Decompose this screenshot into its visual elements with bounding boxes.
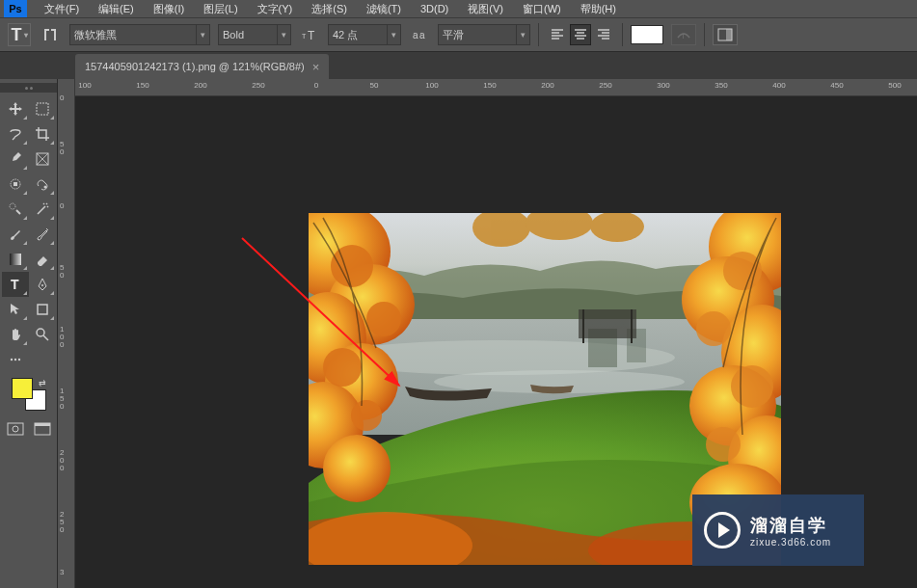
history-brush-tool[interactable] — [29, 222, 56, 247]
svg-point-11 — [43, 186, 46, 189]
character-panel-button[interactable] — [713, 24, 738, 45]
chevron-down-icon: ▾ — [277, 25, 290, 44]
menu-view[interactable]: 视图(V) — [458, 0, 513, 18]
frame-tool[interactable] — [29, 147, 56, 172]
foreground-color[interactable] — [12, 378, 33, 399]
active-tool-indicator[interactable]: T ▾ — [8, 23, 31, 46]
close-icon[interactable]: × — [312, 60, 320, 74]
magic-wand-tool[interactable] — [29, 197, 56, 222]
move-tool[interactable] — [2, 96, 29, 121]
font-family-input[interactable] — [70, 29, 196, 40]
svg-point-41 — [323, 435, 391, 502]
spacer — [29, 347, 56, 372]
eyedropper-tool[interactable] — [2, 147, 29, 172]
eraser-tool[interactable] — [29, 247, 56, 272]
font-family-dropdown[interactable]: ▾ — [69, 24, 210, 45]
swap-colors-icon[interactable]: ⇄ — [39, 378, 46, 388]
chevron-down-icon: ▾ — [516, 25, 529, 44]
type-tool[interactable]: T — [2, 272, 29, 297]
svg-point-22 — [13, 426, 18, 432]
zoom-tool[interactable] — [29, 322, 56, 347]
svg-point-44 — [323, 348, 362, 387]
svg-text:T: T — [308, 29, 315, 42]
watermark-url: zixue.3d66.com — [750, 537, 831, 548]
font-size-dropdown[interactable]: ▾ — [328, 24, 401, 45]
align-right-button[interactable] — [593, 24, 614, 45]
menu-layer[interactable]: 图层(L) — [194, 0, 247, 18]
menu-type[interactable]: 文字(Y) — [248, 0, 303, 18]
clone-stamp-tool[interactable] — [2, 197, 29, 222]
shape-tool[interactable] — [29, 297, 56, 322]
menu-help[interactable]: 帮助(H) — [571, 0, 626, 18]
brush-tool[interactable] — [2, 222, 29, 247]
lasso-tool[interactable] — [2, 121, 29, 147]
chevron-down-icon: ▾ — [24, 31, 28, 40]
menu-file[interactable]: 文件(F) — [35, 0, 89, 18]
font-style-input[interactable] — [219, 29, 277, 40]
hand-tool[interactable] — [2, 322, 29, 347]
menu-filter[interactable]: 滤镜(T) — [357, 0, 411, 18]
standard-mode-button[interactable] — [4, 420, 27, 438]
document-tab-bar: 1574405901242173 (1).png @ 121%(RGB/8#) … — [0, 52, 917, 79]
svg-point-18 — [10, 359, 12, 361]
horizontal-ruler: 1001502002500501001502002503003504004505… — [75, 79, 917, 96]
warp-text-button[interactable]: T — [671, 24, 696, 45]
color-picker[interactable]: ⇄ — [10, 378, 48, 414]
tools-panel: T ⇄ — [0, 79, 58, 588]
svg-point-54 — [731, 365, 773, 408]
quick-select-tool[interactable] — [29, 172, 56, 197]
menu-edit[interactable]: 编辑(E) — [89, 0, 144, 18]
vertical-ruler: 0500501001502002503 — [58, 79, 75, 588]
separator — [622, 23, 623, 46]
svg-point-20 — [17, 359, 19, 361]
edit-toolbar-button[interactable] — [2, 347, 29, 372]
svg-rect-31 — [579, 309, 636, 338]
svg-rect-21 — [8, 423, 23, 435]
svg-rect-24 — [35, 423, 50, 426]
svg-rect-13 — [10, 254, 21, 265]
options-bar: T ▾ ▾ ▾ TT ▾ aa ▾ T — [0, 17, 917, 52]
type-tool-letter: T — [12, 25, 22, 45]
svg-rect-6 — [726, 29, 732, 40]
path-select-tool[interactable] — [2, 297, 29, 322]
menu-3d[interactable]: 3D(D) — [411, 1, 458, 16]
separator — [704, 23, 705, 46]
svg-text:T: T — [681, 32, 686, 40]
svg-point-55 — [706, 427, 741, 462]
gradient-tool[interactable] — [2, 247, 29, 272]
watermark-overlay: 溜溜自学 zixue.3d66.com — [692, 494, 864, 566]
panel-grip[interactable] — [0, 83, 57, 93]
menu-image[interactable]: 图像(I) — [144, 0, 194, 18]
spot-heal-tool[interactable] — [2, 172, 29, 197]
canvas[interactable]: 溜溜自学 zixue.3d66.com — [75, 96, 917, 588]
align-center-button[interactable] — [570, 24, 591, 45]
svg-point-17 — [37, 329, 44, 336]
marquee-tool[interactable] — [29, 96, 56, 121]
menu-window[interactable]: 窗口(W) — [513, 0, 571, 18]
text-orientation-button[interactable] — [39, 23, 62, 46]
svg-point-12 — [10, 203, 15, 209]
align-left-button[interactable] — [547, 24, 568, 45]
text-color-swatch[interactable] — [631, 25, 663, 44]
svg-rect-16 — [38, 305, 47, 314]
screen-mode-button[interactable] — [31, 420, 54, 438]
menubar: Ps 文件(F) 编辑(E) 图像(I) 图层(L) 文字(Y) 选择(S) 滤… — [0, 0, 917, 17]
svg-point-45 — [351, 400, 382, 431]
menu-select[interactable]: 选择(S) — [302, 0, 357, 18]
chevron-down-icon: ▾ — [387, 25, 400, 44]
svg-point-52 — [723, 252, 762, 290]
antialias-icon: aa — [409, 24, 430, 45]
chevron-down-icon: ▾ — [196, 25, 209, 44]
svg-point-42 — [331, 245, 373, 287]
svg-text:a: a — [413, 30, 418, 40]
canvas-area: 1001502002500501001502002503003504004505… — [75, 79, 917, 588]
font-size-input[interactable] — [329, 29, 387, 40]
antialias-dropdown[interactable]: ▾ — [438, 24, 530, 45]
font-style-dropdown[interactable]: ▾ — [218, 24, 291, 45]
crop-tool[interactable] — [29, 121, 56, 147]
document-tab[interactable]: 1574405901242173 (1).png @ 121%(RGB/8#) … — [75, 54, 329, 79]
text-align-group — [547, 24, 614, 45]
svg-text:a: a — [419, 30, 425, 40]
pen-tool[interactable] — [29, 272, 56, 297]
antialias-input[interactable] — [439, 29, 516, 40]
